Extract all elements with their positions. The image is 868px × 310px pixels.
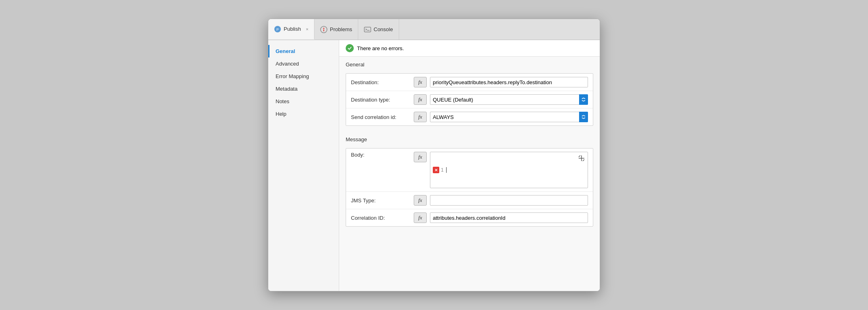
sidebar-item-metadata[interactable]: Metadata	[268, 83, 339, 95]
tab-console-label: Console	[374, 26, 393, 32]
jms-type-row: JMS Type: fx	[346, 192, 593, 209]
message-section-title: Message	[346, 136, 593, 144]
status-ok-icon	[346, 44, 354, 52]
status-bar: There are no errors.	[339, 40, 600, 57]
general-section: General Destination: fx Destination type…	[339, 57, 600, 126]
body-row: Body: fx ✕ 1	[346, 149, 593, 192]
sidebar-item-help[interactable]: Help	[268, 108, 339, 120]
body-fx-button[interactable]: fx	[414, 152, 427, 162]
body-expand-icon[interactable]	[578, 155, 585, 163]
destination-type-select[interactable]: QUEUE (Default) TOPIC	[430, 94, 588, 105]
destination-type-row: Destination type: fx QUEUE (Default) TOP…	[346, 91, 593, 108]
tab-publish-label: Publish	[284, 26, 301, 32]
svg-point-7	[347, 45, 353, 51]
correlation-id-input[interactable]	[430, 212, 588, 223]
destination-input[interactable]	[430, 77, 588, 87]
status-message: There are no errors.	[357, 45, 404, 51]
svg-text:P: P	[276, 28, 279, 32]
send-correlation-id-row: Send correlation id: fx ALWAYS NEVER AUT…	[346, 108, 593, 125]
sidebar-item-advanced[interactable]: Advanced	[268, 57, 339, 70]
svg-rect-5	[364, 27, 371, 32]
jms-type-fx-button[interactable]: fx	[414, 195, 427, 206]
tab-problems-label: Problems	[330, 26, 352, 32]
general-section-title: General	[346, 62, 593, 69]
destination-row: Destination: fx	[346, 74, 593, 91]
tab-publish[interactable]: P Publish ×	[268, 19, 314, 40]
tab-console[interactable]: Console	[358, 19, 399, 40]
tab-problems[interactable]: Problems	[314, 19, 358, 40]
destination-fx-button[interactable]: fx	[414, 77, 427, 87]
send-correlation-id-select-wrapper: ALWAYS NEVER AUTO	[430, 112, 588, 122]
content-area: General Advanced Error Mapping Metadata …	[268, 40, 600, 291]
jms-type-input[interactable]	[430, 195, 588, 206]
send-correlation-id-select[interactable]: ALWAYS NEVER AUTO	[430, 112, 588, 122]
main-window: P Publish × Problems	[268, 19, 600, 291]
sidebar-item-general[interactable]: General	[268, 45, 339, 57]
correlation-id-label: Correlation ID:	[351, 215, 414, 221]
body-editor[interactable]: ✕ 1	[430, 152, 588, 188]
svg-line-10	[579, 155, 580, 157]
body-label: Body:	[351, 152, 414, 158]
correlation-id-fx-button[interactable]: fx	[414, 212, 427, 223]
svg-line-11	[583, 159, 584, 161]
correlation-id-row: Correlation ID: fx	[346, 209, 593, 226]
tab-publish-close[interactable]: ×	[306, 27, 308, 32]
destination-label: Destination:	[351, 79, 414, 85]
destination-type-select-wrapper: QUEUE (Default) TOPIC	[430, 94, 588, 105]
send-correlation-id-fx-button[interactable]: fx	[414, 112, 427, 122]
tab-bar: P Publish × Problems	[268, 19, 600, 40]
svg-rect-4	[323, 29, 324, 31]
publish-icon: P	[274, 25, 281, 33]
body-editor-content: ✕ 1	[430, 152, 588, 188]
sidebar-item-notes[interactable]: Notes	[268, 95, 339, 108]
body-error-icon: ✕	[433, 167, 439, 173]
message-section-body: Body: fx ✕ 1	[346, 148, 593, 227]
jms-type-label: JMS Type:	[351, 197, 414, 204]
problems-icon	[320, 26, 327, 33]
svg-point-3	[323, 28, 325, 29]
console-icon	[364, 26, 371, 33]
body-line-number: 1	[441, 167, 444, 173]
general-section-body: Destination: fx Destination type: fx QUE…	[346, 73, 593, 126]
sidebar: General Advanced Error Mapping Metadata …	[268, 40, 339, 291]
sidebar-item-error-mapping[interactable]: Error Mapping	[268, 70, 339, 83]
destination-type-label: Destination type:	[351, 97, 414, 103]
message-section: Message Body: fx ✕ 1	[339, 132, 600, 227]
main-panel: There are no errors. General Destination…	[339, 40, 600, 291]
body-cursor	[446, 167, 447, 173]
send-correlation-id-label: Send correlation id:	[351, 114, 414, 120]
destination-type-fx-button[interactable]: fx	[414, 94, 427, 105]
